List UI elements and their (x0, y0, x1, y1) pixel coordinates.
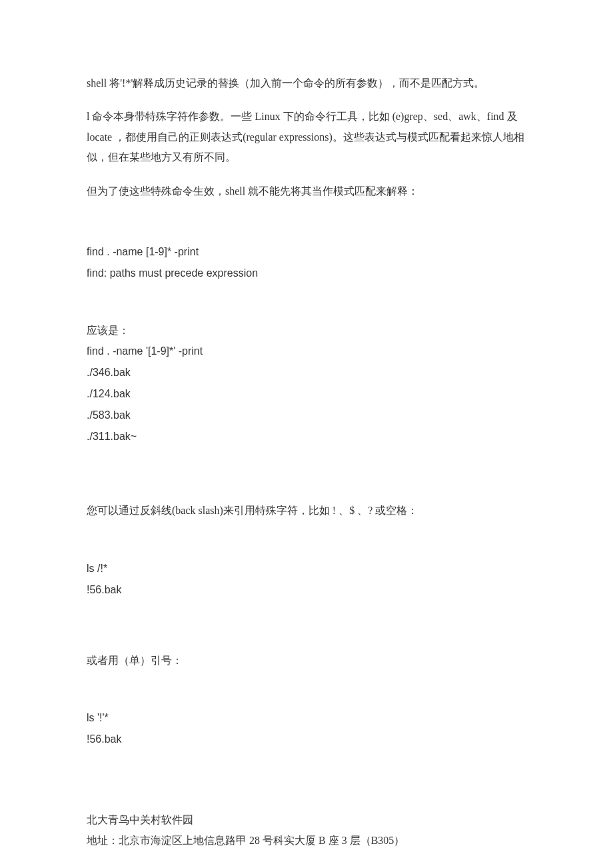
code-line: find: paths must precede expression (87, 263, 526, 284)
section-correct: 应该是： find . -name '[1-9]*' -print ./346.… (87, 321, 526, 447)
code-line: ls /!* (87, 558, 526, 579)
code-line: ./124.bak (87, 383, 526, 405)
code-block-find-correct: find . -name '[1-9]*' -print ./346.bak .… (87, 341, 526, 447)
footer-org: 北大青鸟中关村软件园 (87, 810, 526, 830)
code-block-ls-quote: ls '!'* !56.bak (87, 707, 526, 750)
footer: 北大青鸟中关村软件园 地址：北京市海淀区上地信息路甲 28 号科实大厦 B 座 … (87, 810, 526, 851)
code-line: find . -name [1-9]* -print (87, 241, 526, 263)
paragraph-single-quote: 或者用（单）引号： (87, 651, 526, 671)
code-line: ./583.bak (87, 405, 526, 426)
code-line: find . -name '[1-9]*' -print (87, 341, 526, 362)
paragraph-special-chars: l 命令本身带特殊字符作参数。一些 Linux 下的命令行工具，比如 (e)gr… (87, 107, 526, 167)
paragraph-shell-interpret: 但为了使这些特殊命令生效，shell 就不能先将其当作模式匹配来解释： (87, 181, 526, 201)
paragraph-should-be: 应该是： (87, 321, 526, 341)
code-line: ls '!'* (87, 707, 526, 729)
code-line: ./311.bak~ (87, 426, 526, 447)
code-line: !56.bak (87, 579, 526, 601)
code-line: !56.bak (87, 729, 526, 750)
paragraph-shell-history: shell 将'!*'解释成历史记录的替换（加入前一个命令的所有参数），而不是匹… (87, 73, 526, 93)
code-block-ls-backslash: ls /!* !56.bak (87, 558, 526, 601)
footer-address: 地址：北京市海淀区上地信息路甲 28 号科实大厦 B 座 3 层（B305） (87, 831, 526, 851)
paragraph-backslash: 您可以通过反斜线(back slash)来引用特殊字符，比如 ! 、$ 、? 或… (87, 501, 526, 521)
code-line: ./346.bak (87, 362, 526, 383)
code-block-find-error: find . -name [1-9]* -print find: paths m… (87, 241, 526, 284)
